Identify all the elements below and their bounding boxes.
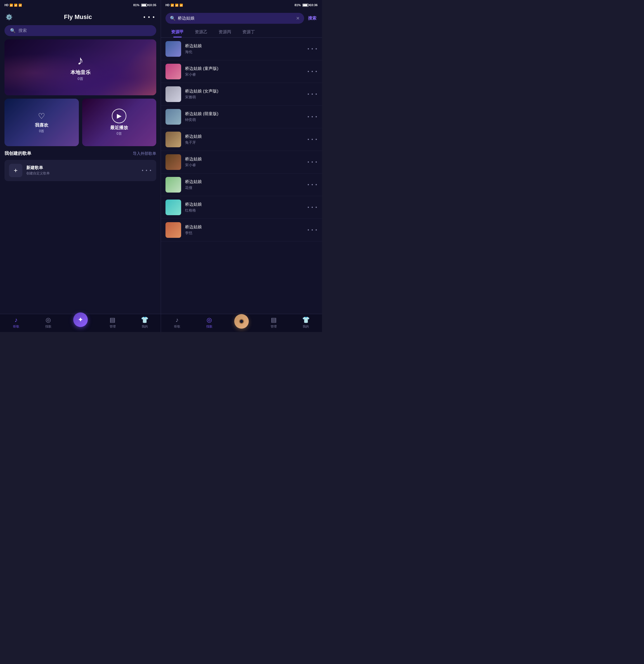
banner-count: 0首 [78,76,83,81]
left-bottom-nav: ♪ 听歌 ◎ 找歌 ✦ ▤ 管理 👕 我的 [0,314,161,332]
search-icon: 🔍 [10,28,16,33]
find-label: 找歌 [45,325,51,329]
result-artist-2: 宋小睿 [185,72,304,77]
result-more-5[interactable]: • • • [308,137,317,142]
nav-mine[interactable]: 👕 我的 [129,316,161,329]
result-more-3[interactable]: • • • [308,92,317,97]
tab-source-jia[interactable]: 资源甲 [165,26,189,38]
result-info-8: 桥边姑娘 红格格 [185,202,304,213]
center-logo-button[interactable]: ✦ [73,312,88,327]
result-more-6[interactable]: • • • [308,160,317,165]
search-submit-button[interactable]: 搜索 [307,16,317,21]
result-item-4[interactable]: 桥边姑娘 (萌童版) 钟奕萌 • • • [161,106,322,128]
result-title-1: 桥边姑娘 [185,43,304,49]
result-info-4: 桥边姑娘 (萌童版) 钟奕萌 [185,111,304,122]
right-nav-mine[interactable]: 👕 我的 [290,316,322,329]
result-item-3[interactable]: 桥边姑娘 (女声版) 宋雅萌 • • • [161,83,322,106]
status-center-left: 81% 10:35 [133,3,156,7]
result-info-2: 桥边姑娘 (童声版) 宋小睿 [185,66,304,77]
playlist-section: 我创建的歌单 导入外部歌单 + 新建歌单 创建自定义歌单 • • • [0,151,161,314]
result-item-9[interactable]: 桥边姑娘 李恺 • • • [161,219,322,242]
favorites-count: 0首 [39,129,44,133]
nav-listen[interactable]: ♪ 听歌 [0,316,32,329]
app-title: Fly Music [64,14,92,21]
recent-play-card[interactable]: ▶ 最近播放 0首 [82,99,157,146]
tab-source-bing[interactable]: 资源丙 [213,26,237,38]
right-find-icon: ◎ [207,316,212,324]
result-info-7: 桥边姑娘 花僮 [185,179,304,190]
result-artist-1: 海伦 [185,49,304,55]
new-playlist-more-button[interactable]: • • • [142,168,152,173]
banner-overlay: ♪ 本地音乐 0首 [4,39,156,95]
battery-percent-right: 81% [295,3,301,7]
search-placeholder: 搜索 [18,28,27,33]
right-nav-manage[interactable]: ▤ 管理 [258,316,290,329]
search-icon-right: 🔍 [170,16,175,21]
result-artist-9: 李恺 [185,231,304,235]
favorites-card[interactable]: ♡ 我喜欢 0首 [4,99,79,146]
result-item-1[interactable]: 桥边姑娘 海伦 • • • [161,38,322,60]
nav-center[interactable]: ✦ [64,316,97,329]
right-manage-icon: ▤ [271,316,277,324]
right-panel: HD 📶 📶 📶 81% 10:36 🔍 桥边姑娘 ✕ 搜索 资源甲 资源乙 资… [161,0,322,332]
result-artist-4: 钟奕萌 [185,117,304,122]
tab-source-yi[interactable]: 资源乙 [189,26,213,38]
recent-title: 最近播放 [110,125,128,131]
result-item-7[interactable]: 桥边姑娘 花僮 • • • [161,173,322,196]
disc-button[interactable] [234,314,249,329]
tab-source-ding[interactable]: 资源丁 [237,26,261,38]
recent-count: 0首 [117,131,122,136]
result-info-6: 桥边姑娘 宋小睿 [185,157,304,168]
more-menu-button[interactable]: • • • [143,14,155,20]
result-item-6[interactable]: 桥边姑娘 宋小睿 • • • [161,151,322,173]
result-item-2[interactable]: 桥边姑娘 (童声版) 宋小睿 • • • [161,60,322,83]
disc-inner [239,319,244,324]
banner-title: 本地音乐 [70,69,90,76]
status-bar-left: HD 📶 📶 📶 81% 10:35 [0,0,161,10]
search-bar-container: 🔍 搜索 [0,23,161,39]
clear-search-button[interactable]: ✕ [296,16,299,21]
result-thumb-6 [165,154,181,170]
search-results-list: 桥边姑娘 海伦 • • • 桥边姑娘 (童声版) 宋小睿 • • • 桥边姑娘 … [161,38,322,314]
right-mine-label: 我的 [303,325,309,329]
mine-icon: 👕 [141,316,148,324]
result-info-1: 桥边姑娘 海伦 [185,43,304,55]
battery-icon-left [141,4,147,7]
result-thumb-2 [165,64,181,79]
result-more-8[interactable]: • • • [308,205,317,210]
right-nav-find[interactable]: ◎ 找歌 [193,316,225,329]
playlist-header: 我创建的歌单 导入外部歌单 [4,151,156,157]
result-more-4[interactable]: • • • [308,114,317,119]
result-artist-5: 兔子牙 [185,140,304,145]
status-signal-left: HD 📶 📶 📶 [4,4,22,7]
result-more-1[interactable]: • • • [308,46,317,51]
search-input-container[interactable]: 🔍 桥边姑娘 ✕ [165,13,304,24]
result-thumb-7 [165,177,181,192]
right-nav-center[interactable] [225,318,257,329]
search-bar[interactable]: 🔍 搜索 [4,25,156,36]
right-bottom-nav: ♪ 听歌 ◎ 找歌 ▤ 管理 👕 我的 [161,314,322,332]
result-thumb-5 [165,132,181,147]
import-playlist-button[interactable]: 导入外部歌单 [133,151,156,156]
battery-percent-left: 81% [133,3,140,7]
recent-overlay: ▶ 最近播放 0首 [82,99,157,146]
manage-icon: ▤ [109,316,116,324]
result-info-5: 桥边姑娘 兔子牙 [185,134,304,145]
result-more-7[interactable]: • • • [308,182,317,187]
nav-find[interactable]: ◎ 找歌 [32,316,64,329]
local-music-banner[interactable]: ♪ 本地音乐 0首 [4,39,156,95]
result-item-8[interactable]: 桥边姑娘 红格格 • • • [161,196,322,219]
result-artist-7: 花僮 [185,185,304,190]
result-item-5[interactable]: 桥边姑娘 兔子牙 • • • [161,128,322,151]
playlist-section-title: 我创建的歌单 [4,151,31,157]
new-playlist-item[interactable]: + 新建歌单 创建自定义歌单 • • • [4,160,156,181]
settings-icon[interactable]: ⚙️ [6,14,13,20]
result-title-3: 桥边姑娘 (女声版) [185,88,304,94]
result-more-2[interactable]: • • • [308,69,317,74]
right-nav-listen[interactable]: ♪ 听歌 [161,316,193,329]
result-more-9[interactable]: • • • [308,227,317,232]
nav-manage[interactable]: ▤ 管理 [97,316,129,329]
heart-icon: ♡ [38,111,45,121]
result-thumb-3 [165,86,181,102]
music-note-icon: ♪ [78,54,84,67]
